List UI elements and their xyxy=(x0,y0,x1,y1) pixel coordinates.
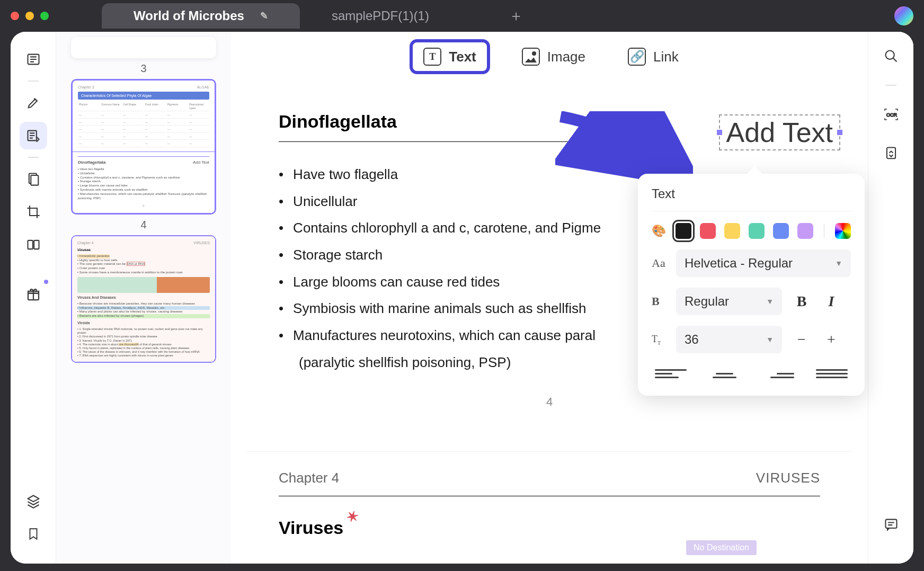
font-size-dropdown[interactable]: 36 ▼ xyxy=(676,326,782,353)
svg-point-7 xyxy=(885,51,894,59)
size-increase-button[interactable]: + xyxy=(821,329,841,350)
font-weight-dropdown[interactable]: Regular ▼ xyxy=(676,288,782,315)
maximize-window[interactable] xyxy=(40,12,49,20)
thumbnail-panel: 3 Chapter 3ALGAE Characteristics Of Sele… xyxy=(56,32,231,564)
page-5: Chapter 4 VIRUSES Viruses ✶ No Destinati… xyxy=(247,452,852,564)
font-family-dropdown[interactable]: Helvetica - Regular ▼ xyxy=(676,249,851,277)
close-window[interactable] xyxy=(11,12,19,20)
svg-rect-10 xyxy=(885,520,896,528)
app-logo[interactable] xyxy=(894,6,913,25)
panel-title: Text xyxy=(652,186,851,211)
toolbar-text-button[interactable]: T Text xyxy=(410,39,490,74)
color-black[interactable] xyxy=(676,223,691,239)
document-tabs: World of Microbes ✎ samplePDF(1)(1) ＋ xyxy=(102,1,894,31)
weight-icon: B xyxy=(652,295,667,308)
compare-icon[interactable] xyxy=(20,231,47,258)
toolbar-image-button[interactable]: Image xyxy=(511,42,596,71)
toolbar-image-label: Image xyxy=(547,49,585,65)
right-sidebar: OCR xyxy=(868,32,913,564)
align-right-button[interactable] xyxy=(762,364,794,383)
section-heading: Viruses ✶ xyxy=(279,518,343,538)
left-sidebar xyxy=(11,32,56,564)
search-icon[interactable] xyxy=(881,46,902,67)
chevron-down-icon: ▼ xyxy=(766,335,774,344)
color-yellow[interactable] xyxy=(724,223,740,239)
font-size-value: 36 xyxy=(685,332,699,347)
weight-row: B Regular ▼ B I xyxy=(652,288,851,315)
text-properties-panel: Text 🎨 Aa Helvetica - Regular ▼ B xyxy=(638,174,865,396)
color-teal[interactable] xyxy=(749,223,765,239)
align-center-button[interactable] xyxy=(708,364,740,383)
reader-icon[interactable] xyxy=(20,46,47,73)
comment-icon[interactable] xyxy=(881,514,902,535)
tab-label: samplePDF(1)(1) xyxy=(332,8,429,23)
text-icon: T xyxy=(423,48,441,66)
minimize-window[interactable] xyxy=(25,12,34,20)
layers-icon[interactable] xyxy=(20,487,47,515)
bold-button[interactable]: B xyxy=(792,291,812,311)
pencil-icon: ✎ xyxy=(260,10,268,22)
thumbnail-page-3-bottom[interactable] xyxy=(71,37,216,58)
thumbnail-label-4: 4 xyxy=(71,219,216,231)
new-tab-button[interactable]: ＋ xyxy=(503,1,529,31)
chevron-down-icon: ▼ xyxy=(766,297,774,306)
palette-icon: 🎨 xyxy=(652,224,666,238)
color-picker[interactable] xyxy=(835,223,851,239)
color-red[interactable] xyxy=(700,223,716,239)
bookmark-icon[interactable] xyxy=(20,520,47,548)
size-icon: TT xyxy=(652,334,667,346)
font-row: Aa Helvetica - Regular ▼ xyxy=(652,249,851,277)
chapter-header: Chapter 4 VIRUSES xyxy=(279,470,820,496)
svg-rect-3 xyxy=(31,175,38,185)
font-weight-value: Regular xyxy=(685,294,729,309)
toolbar-link-label: Link xyxy=(653,49,679,65)
page-number: 4 xyxy=(279,395,820,409)
crop-icon[interactable] xyxy=(20,198,47,226)
color-blue[interactable] xyxy=(773,223,789,239)
image-icon xyxy=(522,48,540,66)
italic-button[interactable]: I xyxy=(821,291,841,311)
section-heading: Dinoflagellata xyxy=(279,111,660,142)
thumbnail-page-4[interactable]: Chapter 3ALGAE Characteristics Of Select… xyxy=(71,79,216,215)
alignment-row xyxy=(652,364,851,383)
toolbar-link-button[interactable]: 🔗 Link xyxy=(617,42,689,71)
gift-icon[interactable] xyxy=(20,281,47,308)
svg-rect-4 xyxy=(28,240,32,249)
link-icon: 🔗 xyxy=(628,48,646,66)
font-family-value: Helvetica - Regular xyxy=(685,256,793,271)
align-left-button[interactable] xyxy=(655,364,687,383)
tab-label: World of Microbes xyxy=(134,8,244,23)
svg-text:OCR: OCR xyxy=(886,112,898,118)
color-purple[interactable] xyxy=(797,223,813,239)
size-decrease-button[interactable]: − xyxy=(792,329,812,350)
thumbnail-label-3: 3 xyxy=(71,63,216,75)
tab-world-of-microbes[interactable]: World of Microbes ✎ xyxy=(102,3,300,29)
tab-samplepdf[interactable]: samplePDF(1)(1) xyxy=(300,3,461,29)
add-text-box[interactable]: Add Text xyxy=(719,114,840,150)
highlighter-icon[interactable] xyxy=(20,89,47,117)
edit-toolbar: T Text Image 🔗 Link xyxy=(231,32,868,85)
no-destination-badge: No Destination xyxy=(686,540,757,555)
page-manage-icon[interactable] xyxy=(20,165,47,193)
ocr-icon[interactable]: OCR xyxy=(881,104,902,125)
svg-rect-5 xyxy=(34,240,39,249)
thumbnail-page-5[interactable]: Chapter 4VIRUSES Viruses Intracellular p… xyxy=(71,235,216,363)
window-controls xyxy=(11,12,49,20)
toolbar-text-label: Text xyxy=(449,49,476,65)
chevron-down-icon: ▼ xyxy=(835,259,842,267)
chapter-tag: VIRUSES xyxy=(756,470,820,486)
scribble-icon: ✶ xyxy=(344,506,361,527)
color-row: 🎨 xyxy=(652,223,851,239)
titlebar: World of Microbes ✎ samplePDF(1)(1) ＋ xyxy=(0,0,924,32)
workspace: 3 Chapter 3ALGAE Characteristics Of Sele… xyxy=(11,32,913,564)
edit-text-icon[interactable] xyxy=(20,122,47,149)
font-icon: Aa xyxy=(652,256,667,270)
size-row: TT 36 ▼ − + xyxy=(652,326,851,353)
align-justify-button[interactable] xyxy=(816,364,848,383)
convert-icon[interactable] xyxy=(881,143,902,164)
chapter-label: Chapter 4 xyxy=(279,470,339,486)
